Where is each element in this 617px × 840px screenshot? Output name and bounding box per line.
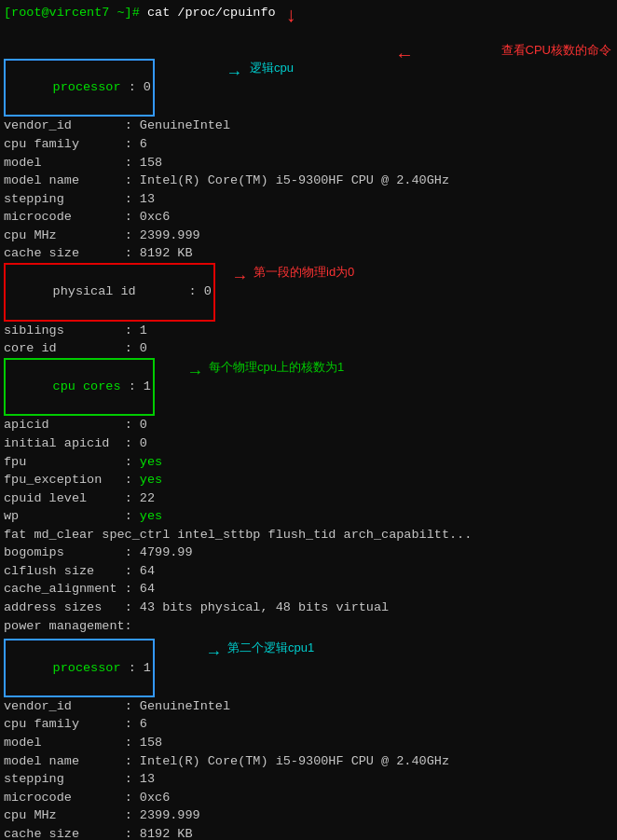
line-fpu-exception-0: fpu_exception : yes xyxy=(4,471,613,489)
arrow-physical-id-0-icon: → xyxy=(235,265,245,289)
line-vendor-id: vendor_id : GenuineIntel xyxy=(4,117,613,135)
line-fpu-0: fpu : yes xyxy=(4,453,613,472)
line-wp-0: wp : yes xyxy=(4,507,613,526)
processor-0-val: 0 xyxy=(144,80,151,94)
line-cache-size: cache size : 8192 KB xyxy=(4,244,613,263)
line-power-mgmt-0: power management: xyxy=(4,617,613,636)
line-stepping-1: stepping : 13 xyxy=(4,770,613,789)
line-apicid-0: apicid : 0 xyxy=(4,416,613,434)
physical-id-0-annotation: 第一段的物理id为0 xyxy=(254,264,354,282)
line-model: model : 158 xyxy=(4,154,613,172)
line-cpu-mhz-1: cpu MHz : 2399.999 xyxy=(4,806,613,825)
line-model-1: model : 158 xyxy=(4,734,613,752)
line-cache-size-1: cache size : 8192 KB xyxy=(4,825,613,840)
line-microcode-1: microcode : 0xc6 xyxy=(4,789,613,807)
command-annotation: 查看CPU核数的命令 xyxy=(501,42,611,59)
line-cpu-family: cpu family : 6 xyxy=(4,135,613,154)
line-physical-id-0: physical id : 0 → 第一段的物理id为0 xyxy=(4,263,613,322)
command-text: cat /proc/cpuinfo xyxy=(147,4,276,22)
line-cpu-cores-0: cpu cores : 1 → 每个物理cpu上的核数为1 xyxy=(4,358,613,417)
line-initial-apicid-0: initial apicid : 0 xyxy=(4,434,613,453)
line-cpu-family-1: cpu family : 6 xyxy=(4,715,613,734)
line-vendor-id-1: vendor_id : GenuineIntel xyxy=(4,697,613,716)
cpu-cores-0-annotation: 每个物理cpu上的核数为1 xyxy=(209,359,344,377)
line-cpu-mhz: cpu MHz : 2399.999 xyxy=(4,227,613,245)
line-cpuid-level-0: cpuid level : 22 xyxy=(4,489,613,508)
arrow-cpu-cores-0-icon: → xyxy=(190,360,200,384)
logical-cpu-annotation: 逻辑cpu xyxy=(250,60,294,77)
line-clflush-0: clflush size : 64 xyxy=(4,562,613,581)
line-microcode: microcode : 0xc6 xyxy=(4,208,613,227)
line-processor-1: processor : 1 → 第二个逻辑cpu1 xyxy=(4,639,613,697)
line-bogomips-0: bogomips : 4799.99 xyxy=(4,544,613,562)
arrow-processor-1-icon: → xyxy=(209,640,219,665)
line-cache-alignment-0: cache_alignment : 64 xyxy=(4,580,613,599)
line-address-sizes-0: address sizes : 43 bits physical, 48 bit… xyxy=(4,599,613,617)
processor-1-annotation: 第二个逻辑cpu1 xyxy=(227,640,314,657)
line-flags-0: fat md_clear spec_ctrl intel_sttbp flush… xyxy=(4,526,613,544)
processor-0-highlight: processor : 0 xyxy=(4,59,155,117)
line-processor-0: processor : 0 → 逻辑cpu xyxy=(4,59,613,117)
processor-0-key: processor xyxy=(53,80,121,94)
arrow-logical-cpu-icon: → xyxy=(229,61,240,85)
line-siblings-0: siblings : 1 xyxy=(4,322,613,340)
line-model-name: model name : Intel(R) Core(TM) i5-9300HF… xyxy=(4,172,613,190)
line-model-name-1: model name : Intel(R) Core(TM) i5-9300HF… xyxy=(4,752,613,771)
prompt-text: [root@vircent7 ~]# xyxy=(4,4,147,22)
processor-1-highlight: processor : 1 xyxy=(4,639,155,697)
physical-id-0-highlight: physical id : 0 xyxy=(4,263,215,322)
cpu-cores-0-highlight: cpu cores : 1 xyxy=(4,358,155,417)
arrow-command-icon: ↓ xyxy=(285,2,297,32)
line-core-id-0: core id : 0 xyxy=(4,339,613,358)
processor-1-key: processor xyxy=(53,661,121,675)
terminal: [root@vircent7 ~]# cat /proc/cpuinfo ↓ 查… xyxy=(0,0,617,840)
line-stepping: stepping : 13 xyxy=(4,190,613,209)
